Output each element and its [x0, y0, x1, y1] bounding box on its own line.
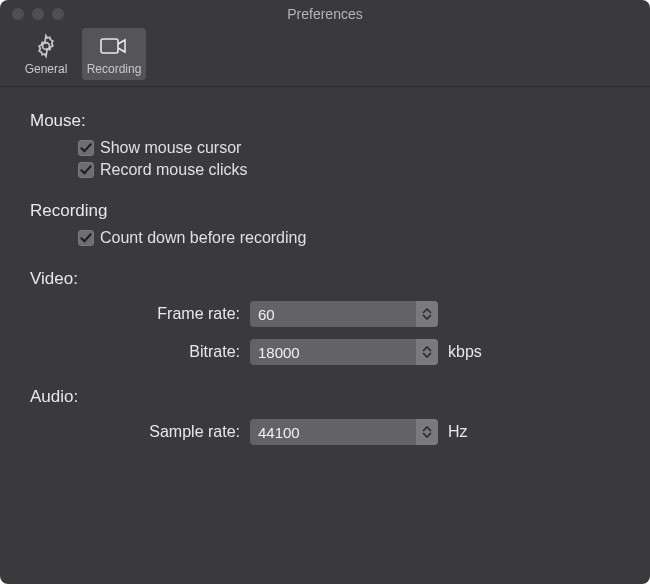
- show-mouse-cursor-checkbox[interactable]: [78, 140, 94, 156]
- tab-recording[interactable]: Recording: [82, 28, 146, 80]
- frame-rate-value: 60: [258, 306, 275, 323]
- video-section-heading: Video:: [30, 269, 620, 289]
- show-mouse-cursor-label: Show mouse cursor: [100, 139, 241, 157]
- countdown-label: Count down before recording: [100, 229, 306, 247]
- sample-rate-row: Sample rate: 44100 Hz: [30, 419, 620, 445]
- preferences-window: Preferences General Recording Mouse:: [0, 0, 650, 584]
- zoom-window-button[interactable]: [52, 8, 64, 20]
- frame-rate-label: Frame rate:: [30, 305, 240, 323]
- tab-general[interactable]: General: [14, 28, 78, 80]
- sample-rate-select[interactable]: 44100: [250, 419, 438, 445]
- audio-section-heading: Audio:: [30, 387, 620, 407]
- bitrate-value: 18000: [258, 344, 300, 361]
- stepper-control[interactable]: [416, 339, 438, 365]
- sample-rate-label: Sample rate:: [30, 423, 240, 441]
- sample-rate-value: 44100: [258, 424, 300, 441]
- gear-icon: [31, 32, 61, 60]
- recording-section-heading: Recording: [30, 201, 620, 221]
- frame-rate-select[interactable]: 60: [250, 301, 438, 327]
- preferences-toolbar: General Recording: [0, 28, 650, 87]
- window-controls: [12, 8, 64, 20]
- show-mouse-cursor-row: Show mouse cursor: [30, 139, 620, 157]
- tab-general-label: General: [25, 62, 68, 76]
- countdown-checkbox[interactable]: [78, 230, 94, 246]
- minimize-window-button[interactable]: [32, 8, 44, 20]
- bitrate-unit: kbps: [448, 343, 482, 361]
- tab-recording-label: Recording: [87, 62, 142, 76]
- mouse-section-heading: Mouse:: [30, 111, 620, 131]
- record-mouse-clicks-checkbox[interactable]: [78, 162, 94, 178]
- bitrate-select[interactable]: 18000: [250, 339, 438, 365]
- countdown-row: Count down before recording: [30, 229, 620, 247]
- record-mouse-clicks-row: Record mouse clicks: [30, 161, 620, 179]
- stepper-control[interactable]: [416, 419, 438, 445]
- bitrate-row: Bitrate: 18000 kbps: [30, 339, 620, 365]
- stepper-control[interactable]: [416, 301, 438, 327]
- video-camera-icon: [99, 32, 129, 60]
- bitrate-label: Bitrate:: [30, 343, 240, 361]
- preferences-content: Mouse: Show mouse cursor Record mouse cl…: [0, 87, 650, 465]
- sample-rate-unit: Hz: [448, 423, 468, 441]
- frame-rate-row: Frame rate: 60: [30, 301, 620, 327]
- svg-rect-1: [101, 39, 118, 53]
- record-mouse-clicks-label: Record mouse clicks: [100, 161, 248, 179]
- close-window-button[interactable]: [12, 8, 24, 20]
- titlebar: Preferences: [0, 0, 650, 28]
- window-title: Preferences: [0, 6, 650, 22]
